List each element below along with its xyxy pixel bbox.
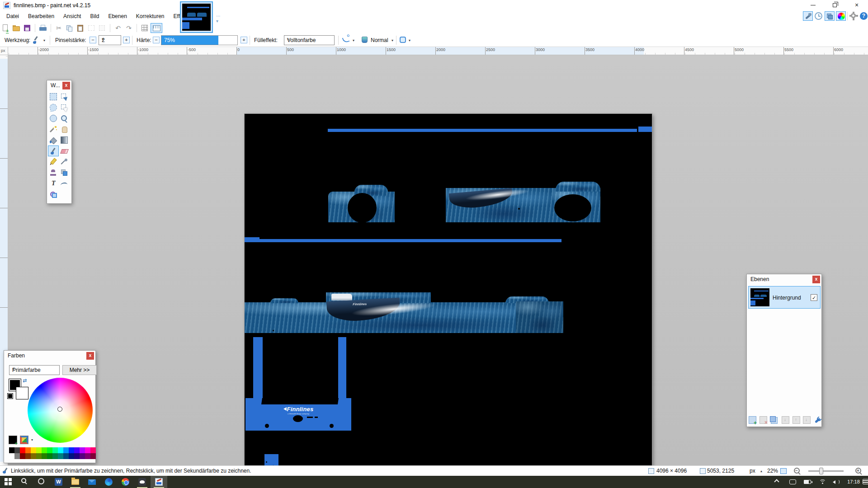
- palette-swatch[interactable]: [36, 453, 42, 459]
- tool-eraser[interactable]: [59, 145, 70, 156]
- toggle-history-window-button[interactable]: [815, 12, 822, 20]
- color-wheel-selector[interactable]: [57, 407, 62, 412]
- toggle-layers-window-button[interactable]: [825, 11, 835, 21]
- pinselstaerke-increase-button[interactable]: +: [123, 37, 130, 43]
- tray-overflow-chevron-icon[interactable]: [774, 479, 779, 484]
- selection-mode-dropdown-arrow[interactable]: ▾: [409, 38, 410, 42]
- haerte-increase-button[interactable]: +: [241, 37, 247, 43]
- antialiasing-icon[interactable]: [342, 36, 350, 43]
- layer-row-hintergrund[interactable]: Hintergrund ✓: [748, 286, 821, 309]
- merge-layer-down-button[interactable]: [782, 416, 789, 424]
- minimize-button[interactable]: [806, 0, 821, 10]
- copy-button[interactable]: [65, 23, 75, 33]
- palette-swatch[interactable]: [85, 453, 90, 459]
- blend-mode-value[interactable]: Normal: [371, 37, 388, 43]
- taskbar-clock[interactable]: 17:18: [844, 479, 863, 484]
- new-file-button[interactable]: +: [0, 23, 10, 33]
- layer-properties-button[interactable]: [814, 416, 821, 424]
- palette-swatch[interactable]: [9, 447, 14, 453]
- selection-mode-icon[interactable]: [400, 37, 406, 43]
- palette-swatch[interactable]: [9, 453, 14, 459]
- undo-button[interactable]: ↶: [113, 23, 123, 33]
- unit-selector[interactable]: px: [750, 468, 755, 474]
- restore-button[interactable]: [827, 0, 843, 10]
- menu-item-ebenen[interactable]: Ebenen: [104, 11, 131, 23]
- move-layer-down-button[interactable]: [803, 416, 811, 424]
- tool-rectangle-select[interactable]: [48, 91, 59, 102]
- fuelleffekt-combo[interactable]: Volltonfarbe▾: [284, 35, 335, 45]
- unit-selector-arrow[interactable]: ▴: [760, 469, 762, 473]
- layers-window-close-button[interactable]: x: [812, 276, 820, 283]
- palette-menu-dropdown-arrow[interactable]: ▾: [31, 438, 33, 442]
- zoom-out-button[interactable]: −: [794, 468, 800, 474]
- tool-gradient[interactable]: [59, 135, 70, 145]
- battery-icon[interactable]: [804, 480, 811, 484]
- wifi-icon[interactable]: [819, 479, 826, 485]
- zoom-to-window-button[interactable]: [780, 468, 787, 474]
- add-layer-button[interactable]: [749, 416, 756, 424]
- more-options-button[interactable]: Mehr >>: [62, 365, 97, 375]
- taskbar-cortana-button[interactable]: [33, 476, 50, 488]
- palette-swatch[interactable]: [14, 453, 20, 459]
- palette-menu-icon[interactable]: [20, 436, 28, 444]
- taskbar-paintnet-button[interactable]: [151, 476, 167, 488]
- zoom-slider[interactable]: [808, 470, 844, 472]
- palette-swatch[interactable]: [80, 453, 85, 459]
- antialiasing-dropdown-arrow[interactable]: ▾: [353, 38, 354, 42]
- image-list-chevron-icon[interactable]: ⋯▾: [216, 14, 221, 23]
- paste-button[interactable]: [75, 23, 85, 33]
- tool-recolor[interactable]: [59, 167, 70, 178]
- default-colors-swatch[interactable]: [7, 393, 13, 399]
- taskbar-edge-button[interactable]: [100, 476, 117, 488]
- color-mode-combo[interactable]: Primärfarbe▾: [9, 365, 60, 375]
- palette-swatch[interactable]: [14, 447, 20, 453]
- palette-swatch[interactable]: [47, 447, 52, 453]
- menu-item-bild[interactable]: Bild: [85, 11, 104, 23]
- haerte-decrease-button[interactable]: −: [153, 37, 160, 43]
- palette-swatch[interactable]: [85, 447, 90, 453]
- tool-magic-wand[interactable]: [48, 124, 59, 135]
- palette-swatch[interactable]: [31, 447, 36, 453]
- tool-paintbrush[interactable]: [48, 145, 59, 156]
- settings-button[interactable]: [850, 12, 858, 20]
- menu-item-ansicht[interactable]: Ansicht: [59, 11, 85, 23]
- haerte-slider[interactable]: 75%: [161, 35, 238, 45]
- taskbar-word-button[interactable]: W: [50, 476, 67, 488]
- palette-swatch[interactable]: [58, 453, 63, 459]
- help-button[interactable]: ?: [860, 12, 868, 20]
- tools-window-close-button[interactable]: x: [62, 82, 70, 89]
- palette-swatch[interactable]: [25, 447, 31, 453]
- palette-swatch[interactable]: [80, 447, 85, 453]
- save-button[interactable]: [22, 23, 32, 33]
- palette-swatch[interactable]: [31, 453, 36, 459]
- tool-lasso-select[interactable]: [48, 102, 59, 113]
- pinselstaerke-combo[interactable]: 2▾: [99, 35, 121, 45]
- palette-swatch[interactable]: [69, 447, 74, 453]
- taskbar-explorer-button[interactable]: [67, 476, 84, 488]
- tool-pan[interactable]: [59, 124, 70, 135]
- palette-swatch[interactable]: [52, 447, 58, 453]
- add-color-to-palette-icon[interactable]: [9, 436, 17, 444]
- taskbar-discord-button[interactable]: [134, 476, 151, 488]
- tool-clone-stamp[interactable]: [48, 167, 59, 178]
- palette-swatch[interactable]: [36, 447, 42, 453]
- palette-swatch[interactable]: [42, 447, 47, 453]
- taskbar-start-button[interactable]: [0, 476, 17, 488]
- tool-paint-bucket[interactable]: [48, 135, 59, 145]
- tool-shapes[interactable]: [48, 189, 59, 200]
- palette-swatch[interactable]: [90, 447, 96, 453]
- palette-swatch[interactable]: [52, 453, 58, 459]
- colors-window-titlebar[interactable]: Farben: [4, 351, 95, 361]
- palette-swatch[interactable]: [20, 447, 25, 453]
- palette-swatch[interactable]: [74, 447, 80, 453]
- toggle-colors-window-button[interactable]: [836, 11, 846, 21]
- palette-swatch[interactable]: [74, 453, 80, 459]
- palette-swatch[interactable]: [69, 453, 74, 459]
- palette-swatch[interactable]: [58, 447, 63, 453]
- title-bar[interactable]: finnlines.bmp - paint.net v4.2.15 ×: [0, 0, 868, 10]
- redo-button[interactable]: ↷: [124, 23, 134, 33]
- tool-zoom[interactable]: [59, 113, 70, 124]
- menu-item-korrekturen[interactable]: Korrekturen: [132, 11, 169, 23]
- tray-connect-icon[interactable]: [789, 479, 796, 484]
- menu-item-bearbeiten[interactable]: Bearbeiten: [24, 11, 59, 23]
